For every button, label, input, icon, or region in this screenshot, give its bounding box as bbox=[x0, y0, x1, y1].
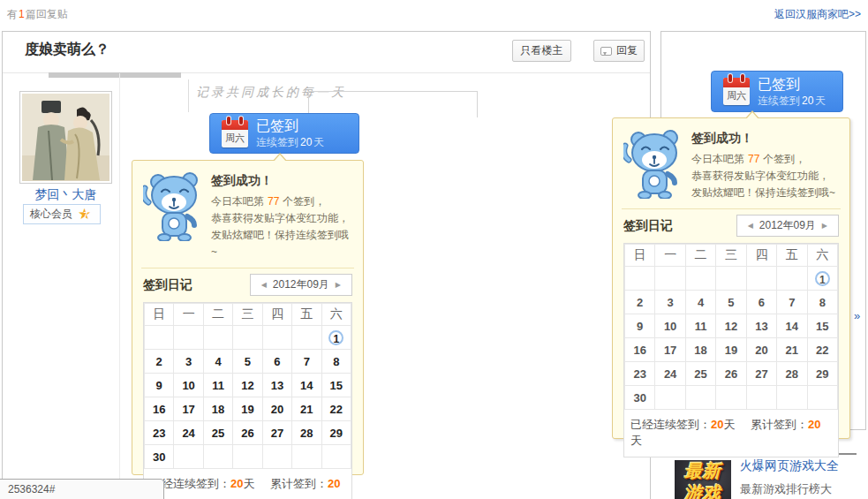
weekday-header: 六 bbox=[807, 245, 837, 267]
calendar-day-empty bbox=[655, 386, 685, 410]
level-star-icon: ★ 7 bbox=[78, 207, 94, 223]
calendar-day: 26 bbox=[233, 421, 262, 445]
status-bar-url: 2536324# bbox=[0, 479, 164, 499]
calendar-day: 23 bbox=[625, 362, 655, 386]
calendar-day: 4 bbox=[203, 350, 232, 374]
calendar-day: 22 bbox=[807, 338, 837, 362]
member-badge-label: 核心会员 bbox=[30, 207, 72, 222]
member-badge[interactable]: 核心会员 ★ 7 bbox=[23, 204, 101, 224]
speech-bubble-icon bbox=[600, 47, 612, 56]
streak-prefix: 连续签到 bbox=[758, 95, 800, 107]
calendar-day: 24 bbox=[655, 362, 685, 386]
back-to-forum-link[interactable]: 返回汉服商家吧>> bbox=[774, 7, 861, 22]
signin-success-title: 签到成功！ bbox=[691, 131, 839, 147]
author-name[interactable]: 梦回丶大唐 bbox=[9, 187, 123, 203]
footer-total-value: 20 bbox=[808, 418, 820, 431]
calendar-day: 2 bbox=[625, 291, 655, 314]
calendar-day: 11 bbox=[685, 314, 715, 338]
month-navigator: ◀ 2012年09月 ▶ bbox=[736, 215, 839, 237]
calendar-day: 3 bbox=[174, 350, 203, 374]
footer-streak-label: 已经连续签到： bbox=[630, 418, 711, 431]
footer-total-label: 累计签到： bbox=[270, 477, 328, 490]
weekday-header: 日 bbox=[145, 304, 174, 326]
calendar-day: 2 bbox=[145, 350, 174, 374]
calendar-day: 20 bbox=[262, 397, 291, 421]
only-author-button[interactable]: 只看楼主 bbox=[512, 40, 571, 62]
calendar-day: 29 bbox=[321, 421, 351, 445]
calendar-icon-header bbox=[723, 78, 750, 87]
calendar-day: 7 bbox=[292, 350, 321, 374]
calendar-day: 14 bbox=[292, 374, 321, 397]
signin-success-title: 签到成功！ bbox=[211, 173, 352, 189]
signin-streak-label: 连续签到20天 bbox=[758, 95, 826, 106]
calendar-day: 1 bbox=[807, 267, 837, 291]
weekday-header: 六 bbox=[321, 304, 351, 326]
more-link-arrow[interactable]: » bbox=[854, 309, 860, 322]
calendar-day-empty bbox=[321, 445, 351, 469]
streak-unit: 天 bbox=[313, 136, 324, 148]
calendar-day: 17 bbox=[655, 338, 685, 362]
weekday-header: 一 bbox=[174, 304, 203, 326]
calendar-icon-weekday: 周六 bbox=[222, 130, 248, 147]
game-link[interactable]: 火爆网页游戏大全 bbox=[740, 458, 862, 474]
signin-calendar: 日一二三四五六123456789101112131415161718192021… bbox=[624, 244, 838, 410]
diary-title: 签到日记 bbox=[143, 277, 192, 293]
calendar-day: 25 bbox=[685, 362, 715, 386]
avatar[interactable] bbox=[19, 91, 112, 184]
calendar-day-empty bbox=[716, 267, 746, 291]
streak-days: 20 bbox=[300, 136, 312, 148]
calendar-day: 11 bbox=[203, 374, 232, 397]
game-description: 最新游戏排行榜大 全，无需下载，点击 bbox=[740, 480, 862, 499]
game-thumbnail[interactable]: 最新 游戏 bbox=[675, 460, 731, 499]
weekday-header: 四 bbox=[746, 245, 776, 267]
calendar-day: 10 bbox=[174, 374, 203, 397]
reply-notice-prefix: 有 bbox=[7, 8, 18, 20]
rank-prefix: 今日本吧第 bbox=[211, 195, 264, 208]
calendar-day: 18 bbox=[685, 338, 715, 362]
calendar-day: 28 bbox=[292, 421, 321, 445]
level-number: 7 bbox=[78, 210, 94, 219]
game-thumb-text-2: 游戏 bbox=[675, 482, 731, 499]
rank-suffix: 个签到， bbox=[763, 153, 805, 165]
game-thumb-text-1: 最新 bbox=[675, 460, 731, 482]
weekday-header: 五 bbox=[292, 304, 321, 326]
calendar-day-empty bbox=[746, 386, 776, 410]
calendar-day-empty bbox=[292, 326, 321, 350]
rank-number: 77 bbox=[748, 153, 759, 165]
calendar-day: 13 bbox=[746, 314, 776, 338]
calendar-day: 19 bbox=[233, 397, 262, 421]
signin-button-image: 周六 已签到 连续签到20天 bbox=[209, 113, 359, 154]
rank-prefix: 今日本吧第 bbox=[691, 153, 744, 165]
calendar-day: 8 bbox=[321, 350, 351, 374]
month-navigator: ◀ 2012年09月 ▶ bbox=[250, 274, 352, 296]
footer-unit: 天 bbox=[723, 418, 735, 431]
reply-notice-suffix: 篇回复贴 bbox=[26, 8, 68, 20]
scroll-artifact-bar bbox=[49, 72, 181, 78]
popup-beak bbox=[273, 153, 287, 161]
calendar-day-empty bbox=[685, 386, 715, 410]
signin-reward-line: 恭喜获得发贴字体变红功能，发贴炫耀吧！保持连续签到哦~ bbox=[211, 210, 352, 261]
calendar-pin-icon bbox=[741, 74, 744, 82]
calendar-day-empty bbox=[145, 326, 174, 350]
prev-month-icon[interactable]: ◀ bbox=[748, 222, 753, 230]
next-month-icon[interactable]: ▶ bbox=[822, 222, 827, 230]
calendar-day: 12 bbox=[233, 374, 262, 397]
signin-status-label: 已签到 bbox=[758, 78, 826, 92]
signed-day-ring: 1 bbox=[328, 330, 343, 345]
weekday-header: 二 bbox=[685, 245, 715, 267]
calendar-day: 13 bbox=[262, 374, 291, 397]
calendar-day: 6 bbox=[746, 291, 776, 314]
calendar-day-empty bbox=[625, 267, 655, 291]
author-column-divider bbox=[119, 73, 120, 499]
calendar-day-empty bbox=[233, 326, 262, 350]
calendar-day-empty bbox=[777, 386, 807, 410]
calendar-day: 24 bbox=[174, 421, 203, 445]
diary-title: 签到日记 bbox=[623, 218, 673, 234]
calendar-day-empty bbox=[777, 267, 807, 291]
calendar-day-empty bbox=[262, 326, 291, 350]
signin-button[interactable]: 周六 已签到 连续签到20天 bbox=[711, 71, 843, 112]
calendar-day: 14 bbox=[777, 314, 807, 338]
weekday-header: 四 bbox=[262, 304, 291, 326]
signin-popup-image: 签到成功！ 今日本吧第77个签到， 恭喜获得发贴字体变红功能，发贴炫耀吧！保持连… bbox=[132, 160, 364, 475]
reply-button[interactable]: 回复 bbox=[593, 40, 645, 62]
